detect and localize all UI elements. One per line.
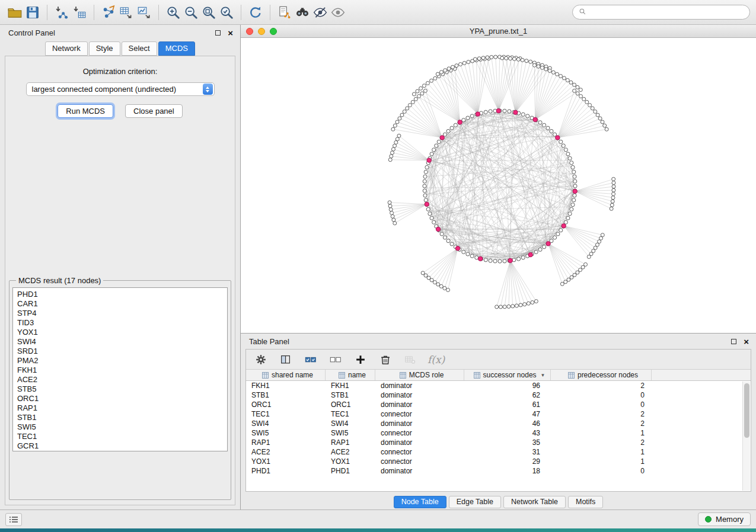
mcds-result-item[interactable]: RAP1: [17, 403, 227, 413]
table-row[interactable]: RAP1RAP1dominator352: [246, 438, 751, 447]
mcds-result-item[interactable]: SWI4: [17, 337, 227, 347]
table-row[interactable]: ACE2ACE2connector311: [246, 447, 751, 457]
table-header-row: shared namenameMCDS rolesuccessor nodes▼…: [246, 370, 751, 381]
window-minimize-button[interactable]: [258, 28, 265, 35]
column-header-predecessor-nodes[interactable]: predecessor nodes: [551, 370, 652, 380]
mcds-result-item[interactable]: STB5: [17, 384, 227, 394]
mcds-result-item[interactable]: FKH1: [17, 366, 227, 375]
network-canvas[interactable]: [241, 38, 756, 333]
cell-name: SWI4: [326, 419, 375, 428]
table-settings-gear-icon[interactable]: [253, 352, 269, 367]
mcds-result-item[interactable]: SWI5: [17, 422, 227, 432]
column-header-successor-nodes[interactable]: successor nodes▼: [464, 370, 551, 380]
table-row[interactable]: SWI4SWI4dominator462: [246, 419, 751, 428]
folder-icon[interactable]: [6, 4, 24, 21]
tab-mcds[interactable]: MCDS: [158, 41, 195, 56]
table-export-icon[interactable]: [117, 4, 135, 21]
control-panel: Control Panel × NetworkStyleSelectMCDS O…: [0, 25, 241, 509]
mcds-result-item[interactable]: STB1: [17, 413, 227, 422]
mcds-result-item[interactable]: GCR1: [17, 441, 227, 451]
run-mcds-button[interactable]: Run MCDS: [58, 104, 113, 118]
import-net-icon[interactable]: [53, 4, 71, 21]
window-maximize-button[interactable]: [270, 28, 277, 35]
close-panel-icon[interactable]: ×: [228, 28, 233, 37]
cell-mcds_role: dominator: [375, 419, 464, 428]
table-scrollbar-thumb[interactable]: [744, 383, 749, 438]
table-row[interactable]: FKH1FKH1dominator962: [246, 381, 751, 390]
dropdown-arrows-icon: [203, 84, 213, 95]
tab-network[interactable]: Network: [45, 41, 88, 56]
optimization-criterion-dropdown[interactable]: largest connected component (undirected): [26, 82, 215, 96]
mcds-result-list[interactable]: PHD1CAR1STP4TID3YOX1SWI4SRD1PMA2FKH1ACE2…: [12, 287, 228, 451]
search-field[interactable]: [572, 5, 750, 20]
column-header-shared-name[interactable]: shared name: [246, 370, 326, 380]
mcds-result-item[interactable]: PHD1: [17, 290, 227, 299]
main-toolbar-groups: [6, 4, 347, 21]
window-close-button[interactable]: [246, 28, 253, 35]
table-panel-title: Table Panel: [249, 337, 289, 346]
table-row[interactable]: SWI5SWI5connector431: [246, 428, 751, 438]
zoom-out-icon[interactable]: [182, 4, 200, 21]
cell-successor: 61: [464, 400, 551, 409]
cell-shared_name: RAP1: [246, 438, 326, 447]
mcds-result-item[interactable]: PMA2: [17, 356, 227, 366]
table-row[interactable]: YOX1YOX1connector291: [246, 457, 751, 466]
tab-edge-table[interactable]: Edge Table: [449, 496, 501, 508]
tab-select[interactable]: Select: [122, 41, 157, 56]
column-header-filler: [652, 370, 751, 380]
tab-motifs[interactable]: Motifs: [568, 496, 603, 508]
doc-share-icon[interactable]: [276, 4, 294, 21]
table-row[interactable]: STB1STB1dominator620: [246, 390, 751, 400]
mcds-result-item[interactable]: YOX1: [17, 328, 227, 337]
mcds-result-item[interactable]: ACE2: [17, 375, 227, 384]
refresh-icon[interactable]: [247, 4, 264, 21]
tab-node-table[interactable]: Node Table: [394, 496, 446, 508]
mcds-result-item[interactable]: ORC1: [17, 394, 227, 403]
binoculars-icon[interactable]: [294, 4, 311, 21]
mcds-result-item[interactable]: TID3: [17, 318, 227, 328]
cell-predecessor: 2: [551, 410, 652, 418]
table-row[interactable]: ORC1ORC1dominator610: [246, 400, 751, 409]
close-panel-button[interactable]: Close panel: [125, 104, 183, 118]
mcds-result-item[interactable]: CAR1: [17, 299, 227, 309]
cell-shared_name: TEC1: [246, 410, 326, 418]
mcds-result-item[interactable]: STP4: [17, 309, 227, 318]
table-row[interactable]: TEC1TEC1connector472: [246, 409, 751, 419]
zoom-in-icon[interactable]: [164, 4, 182, 21]
zoom-fit-icon[interactable]: [200, 4, 218, 21]
close-table-panel-icon[interactable]: ×: [744, 337, 749, 346]
float-table-panel-icon[interactable]: [731, 339, 736, 344]
cell-successor: 62: [464, 391, 551, 399]
import-table-icon[interactable]: [71, 4, 88, 21]
cell-predecessor: 2: [551, 382, 652, 390]
memory-button[interactable]: Memory: [698, 512, 751, 526]
column-header-name[interactable]: name: [326, 370, 375, 380]
eye-slash-icon[interactable]: [311, 4, 329, 21]
delete-column-icon[interactable]: [378, 352, 393, 367]
add-column-icon[interactable]: [353, 352, 368, 367]
select-all-icon[interactable]: [303, 352, 318, 367]
main-area: Control Panel × NetworkStyleSelectMCDS O…: [0, 25, 756, 509]
import-table-disabled-icon: [403, 352, 418, 367]
deselect-all-icon[interactable]: [328, 352, 343, 367]
save-icon[interactable]: [24, 4, 42, 21]
zoom-selected-icon[interactable]: [218, 4, 235, 21]
column-header-MCDS-role[interactable]: MCDS role: [375, 370, 464, 380]
network-share-icon[interactable]: [100, 4, 117, 21]
table-row[interactable]: PHD1PHD1dominator180: [246, 466, 751, 476]
show-columns-icon[interactable]: [278, 352, 294, 367]
mcds-result-item[interactable]: SRD1: [17, 347, 227, 356]
cell-mcds_role: connector: [375, 457, 464, 466]
search-input[interactable]: [590, 8, 744, 17]
task-history-button[interactable]: [5, 513, 22, 526]
table-rows: FKH1FKH1dominator962STB1STB1dominator620…: [246, 381, 751, 491]
eye-icon[interactable]: [329, 4, 347, 21]
search-icon: [579, 7, 586, 18]
cell-mcds_role: connector: [375, 410, 464, 418]
float-panel-icon[interactable]: [215, 30, 221, 36]
tab-style[interactable]: Style: [89, 41, 120, 56]
tab-network-table[interactable]: Network Table: [503, 496, 566, 508]
table-scrollbar[interactable]: [742, 382, 750, 491]
mcds-result-item[interactable]: TEC1: [17, 432, 227, 441]
image-export-icon[interactable]: [135, 4, 153, 21]
